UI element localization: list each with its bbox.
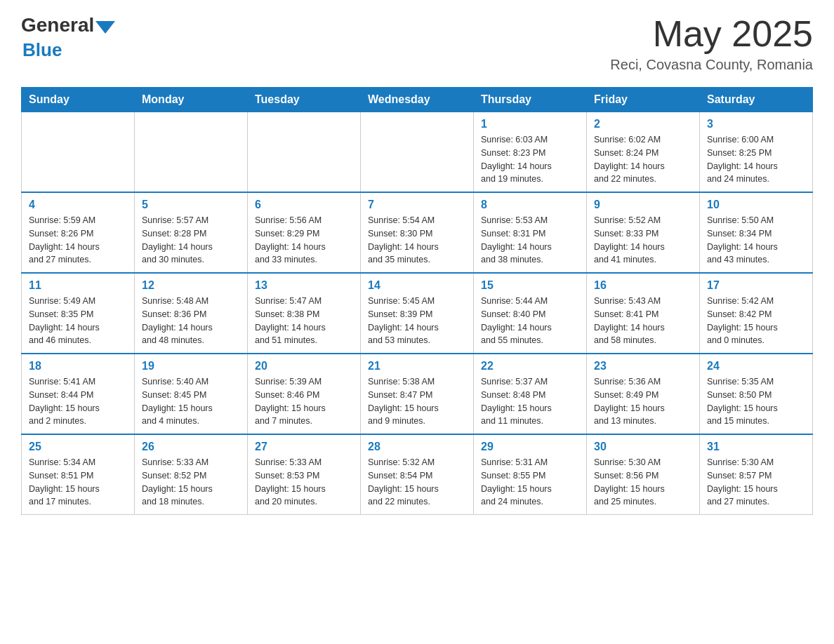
day-info: Sunrise: 5:52 AM Sunset: 8:33 PM Dayligh… <box>594 214 692 267</box>
header-friday: Friday <box>587 88 700 112</box>
day-info: Sunrise: 5:33 AM Sunset: 8:53 PM Dayligh… <box>255 456 353 509</box>
day-number: 16 <box>594 279 692 292</box>
calendar-cell: 7Sunrise: 5:54 AM Sunset: 8:30 PM Daylig… <box>361 192 474 273</box>
calendar-cell: 23Sunrise: 5:36 AM Sunset: 8:49 PM Dayli… <box>587 354 700 434</box>
calendar-cell: 19Sunrise: 5:40 AM Sunset: 8:45 PM Dayli… <box>135 354 248 434</box>
day-info: Sunrise: 5:30 AM Sunset: 8:57 PM Dayligh… <box>707 456 805 509</box>
day-number: 25 <box>29 441 127 453</box>
day-number: 8 <box>481 199 579 211</box>
day-info: Sunrise: 5:49 AM Sunset: 8:35 PM Dayligh… <box>29 295 127 347</box>
calendar-cell: 11Sunrise: 5:49 AM Sunset: 8:35 PM Dayli… <box>22 273 135 354</box>
calendar-cell: 24Sunrise: 5:35 AM Sunset: 8:50 PM Dayli… <box>700 354 813 434</box>
day-number: 28 <box>368 441 466 453</box>
day-info: Sunrise: 5:43 AM Sunset: 8:41 PM Dayligh… <box>594 295 692 347</box>
calendar-cell: 16Sunrise: 5:43 AM Sunset: 8:41 PM Dayli… <box>587 273 700 354</box>
day-number: 26 <box>142 441 240 453</box>
day-info: Sunrise: 5:41 AM Sunset: 8:44 PM Dayligh… <box>29 375 127 428</box>
page-header: General Blue May 2025 Reci, Covasna Coun… <box>21 14 813 73</box>
calendar-cell <box>22 112 135 193</box>
header-thursday: Thursday <box>474 88 587 112</box>
week-row-5: 25Sunrise: 5:34 AM Sunset: 8:51 PM Dayli… <box>22 434 813 515</box>
logo-blue-text: Blue <box>22 39 62 61</box>
day-number: 29 <box>481 441 579 453</box>
day-number: 27 <box>255 441 353 453</box>
day-info: Sunrise: 5:36 AM Sunset: 8:49 PM Dayligh… <box>594 375 692 428</box>
day-info: Sunrise: 5:44 AM Sunset: 8:40 PM Dayligh… <box>481 295 579 347</box>
day-number: 22 <box>481 360 579 373</box>
location-text: Reci, Covasna County, Romania <box>610 57 813 73</box>
calendar-cell: 28Sunrise: 5:32 AM Sunset: 8:54 PM Dayli… <box>361 434 474 515</box>
day-info: Sunrise: 5:53 AM Sunset: 8:31 PM Dayligh… <box>481 214 579 267</box>
header-sunday: Sunday <box>22 88 135 112</box>
calendar-cell: 2Sunrise: 6:02 AM Sunset: 8:24 PM Daylig… <box>587 112 700 193</box>
day-info: Sunrise: 5:31 AM Sunset: 8:55 PM Dayligh… <box>481 456 579 509</box>
day-number: 1 <box>481 118 579 130</box>
day-info: Sunrise: 5:30 AM Sunset: 8:56 PM Dayligh… <box>594 456 692 509</box>
day-info: Sunrise: 5:57 AM Sunset: 8:28 PM Dayligh… <box>142 214 240 267</box>
calendar-cell: 9Sunrise: 5:52 AM Sunset: 8:33 PM Daylig… <box>587 192 700 273</box>
day-info: Sunrise: 5:45 AM Sunset: 8:39 PM Dayligh… <box>368 295 466 347</box>
day-number: 11 <box>29 279 127 292</box>
day-info: Sunrise: 5:35 AM Sunset: 8:50 PM Dayligh… <box>707 375 805 428</box>
day-info: Sunrise: 5:34 AM Sunset: 8:51 PM Dayligh… <box>29 456 127 509</box>
day-info: Sunrise: 5:37 AM Sunset: 8:48 PM Dayligh… <box>481 375 579 428</box>
day-info: Sunrise: 5:33 AM Sunset: 8:52 PM Dayligh… <box>142 456 240 509</box>
day-number: 15 <box>481 279 579 292</box>
day-info: Sunrise: 5:39 AM Sunset: 8:46 PM Dayligh… <box>255 375 353 428</box>
calendar-cell <box>135 112 248 193</box>
day-info: Sunrise: 6:00 AM Sunset: 8:25 PM Dayligh… <box>707 133 805 186</box>
calendar-cell: 26Sunrise: 5:33 AM Sunset: 8:52 PM Dayli… <box>135 434 248 515</box>
day-number: 3 <box>707 118 805 130</box>
day-number: 23 <box>594 360 692 373</box>
logo-general-text: General <box>21 14 94 36</box>
calendar-cell: 12Sunrise: 5:48 AM Sunset: 8:36 PM Dayli… <box>135 273 248 354</box>
calendar-cell <box>361 112 474 193</box>
calendar-cell: 10Sunrise: 5:50 AM Sunset: 8:34 PM Dayli… <box>700 192 813 273</box>
day-number: 6 <box>255 199 353 211</box>
week-row-3: 11Sunrise: 5:49 AM Sunset: 8:35 PM Dayli… <box>22 273 813 354</box>
day-number: 14 <box>368 279 466 292</box>
calendar-cell: 21Sunrise: 5:38 AM Sunset: 8:47 PM Dayli… <box>361 354 474 434</box>
title-section: May 2025 Reci, Covasna County, Romania <box>610 14 813 73</box>
header-row: Sunday Monday Tuesday Wednesday Thursday… <box>22 88 813 112</box>
day-number: 5 <box>142 199 240 211</box>
month-title: May 2025 <box>610 14 813 54</box>
logo: General Blue <box>21 14 115 61</box>
day-number: 17 <box>707 279 805 292</box>
calendar-cell: 3Sunrise: 6:00 AM Sunset: 8:25 PM Daylig… <box>700 112 813 193</box>
day-info: Sunrise: 5:59 AM Sunset: 8:26 PM Dayligh… <box>29 214 127 267</box>
calendar-cell: 14Sunrise: 5:45 AM Sunset: 8:39 PM Dayli… <box>361 273 474 354</box>
week-row-4: 18Sunrise: 5:41 AM Sunset: 8:44 PM Dayli… <box>22 354 813 434</box>
header-saturday: Saturday <box>700 88 813 112</box>
calendar-cell: 4Sunrise: 5:59 AM Sunset: 8:26 PM Daylig… <box>22 192 135 273</box>
day-number: 12 <box>142 279 240 292</box>
day-info: Sunrise: 5:48 AM Sunset: 8:36 PM Dayligh… <box>142 295 240 347</box>
day-info: Sunrise: 5:50 AM Sunset: 8:34 PM Dayligh… <box>707 214 805 267</box>
day-info: Sunrise: 5:54 AM Sunset: 8:30 PM Dayligh… <box>368 214 466 267</box>
day-number: 30 <box>594 441 692 453</box>
day-number: 4 <box>29 199 127 211</box>
calendar-cell: 17Sunrise: 5:42 AM Sunset: 8:42 PM Dayli… <box>700 273 813 354</box>
day-info: Sunrise: 5:47 AM Sunset: 8:38 PM Dayligh… <box>255 295 353 347</box>
calendar-cell: 18Sunrise: 5:41 AM Sunset: 8:44 PM Dayli… <box>22 354 135 434</box>
day-number: 31 <box>707 441 805 453</box>
day-info: Sunrise: 5:40 AM Sunset: 8:45 PM Dayligh… <box>142 375 240 428</box>
header-monday: Monday <box>135 88 248 112</box>
calendar-cell: 15Sunrise: 5:44 AM Sunset: 8:40 PM Dayli… <box>474 273 587 354</box>
calendar-cell: 20Sunrise: 5:39 AM Sunset: 8:46 PM Dayli… <box>248 354 361 434</box>
calendar-cell: 8Sunrise: 5:53 AM Sunset: 8:31 PM Daylig… <box>474 192 587 273</box>
day-number: 13 <box>255 279 353 292</box>
day-info: Sunrise: 5:56 AM Sunset: 8:29 PM Dayligh… <box>255 214 353 267</box>
day-number: 18 <box>29 360 127 373</box>
day-info: Sunrise: 6:03 AM Sunset: 8:23 PM Dayligh… <box>481 133 579 186</box>
calendar-cell <box>248 112 361 193</box>
day-number: 9 <box>594 199 692 211</box>
day-number: 24 <box>707 360 805 373</box>
day-info: Sunrise: 5:42 AM Sunset: 8:42 PM Dayligh… <box>707 295 805 347</box>
day-info: Sunrise: 6:02 AM Sunset: 8:24 PM Dayligh… <box>594 133 692 186</box>
day-number: 20 <box>255 360 353 373</box>
week-row-2: 4Sunrise: 5:59 AM Sunset: 8:26 PM Daylig… <box>22 192 813 273</box>
calendar-cell: 30Sunrise: 5:30 AM Sunset: 8:56 PM Dayli… <box>587 434 700 515</box>
day-number: 19 <box>142 360 240 373</box>
day-number: 10 <box>707 199 805 211</box>
